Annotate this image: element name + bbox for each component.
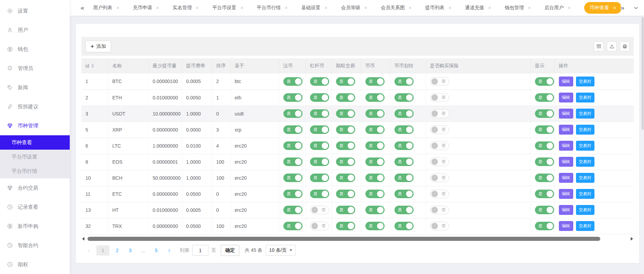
toggle-insurance[interactable]: 否	[430, 222, 449, 230]
toggle-fiat[interactable]: 是	[283, 141, 303, 150]
toggle-fiat[interactable]: 是	[283, 206, 303, 214]
toggle-transfer[interactable]: 是	[394, 222, 414, 230]
toggle-insurance[interactable]: 否	[430, 190, 449, 198]
toggle-lever[interactable]: 是	[310, 125, 329, 134]
tab[interactable]: 币种查看×	[584, 2, 621, 14]
toggle-fiat[interactable]: 是	[283, 222, 303, 230]
pairs-button[interactable]: 交易对	[576, 77, 594, 86]
tab[interactable]: 通道充值×	[465, 5, 491, 11]
sidebar-item[interactable]: 记录查看	[0, 197, 70, 217]
toggle-lever[interactable]: 否	[310, 206, 329, 214]
toggle-show[interactable]: 是	[535, 222, 554, 230]
toggle-show[interactable]: 是	[535, 190, 554, 198]
pairs-button[interactable]: 交易对	[576, 109, 594, 119]
toggle-transfer[interactable]: 是	[394, 109, 414, 118]
edit-button[interactable]: 编辑	[559, 173, 573, 183]
toggle-transfer[interactable]: 是	[394, 77, 414, 86]
tabs-scroll-right-icon[interactable]: »	[621, 4, 625, 12]
toggle-option[interactable]: 是	[336, 190, 355, 198]
tabs-menu-chevron-down-icon[interactable]	[633, 5, 639, 11]
toggle-insurance[interactable]: 否	[430, 77, 449, 86]
toggle-option[interactable]: 是	[336, 174, 355, 182]
toggle-spot[interactable]: 是	[365, 125, 385, 134]
toggle-fiat[interactable]: 是	[283, 93, 303, 102]
toggle-fiat[interactable]: 是	[283, 190, 303, 198]
sidebar-item[interactable]: 智能合约	[0, 236, 70, 255]
toggle-insurance[interactable]: 否	[430, 109, 449, 118]
sidebar-item[interactable]: 合约交易	[0, 178, 70, 197]
toggle-option[interactable]: 是	[336, 77, 355, 86]
tab-close-icon[interactable]: ×	[409, 5, 412, 11]
pairs-button[interactable]: 交易对	[576, 125, 594, 135]
sidebar-item[interactable]: 新闻	[0, 78, 70, 97]
sidebar-item[interactable]: 币种管理	[0, 116, 70, 135]
toggle-insurance[interactable]: 否	[430, 206, 449, 214]
toggle-transfer[interactable]: 是	[394, 206, 414, 214]
toggle-option[interactable]: 是	[336, 125, 355, 134]
tab[interactable]: 钱包管理×	[505, 5, 531, 11]
toggle-transfer[interactable]: 是	[394, 157, 414, 166]
toggle-spot[interactable]: 是	[365, 174, 385, 182]
toggle-spot[interactable]: 是	[365, 222, 385, 230]
tab-close-icon[interactable]: ×	[285, 5, 287, 11]
edit-button[interactable]: 编辑	[559, 77, 573, 86]
print-button[interactable]	[620, 41, 630, 51]
tab[interactable]: 实名管理×	[173, 5, 199, 11]
scroll-right-arrow-icon[interactable]	[631, 237, 633, 241]
toggle-insurance[interactable]: 否	[430, 141, 449, 150]
tab-close-icon[interactable]: ×	[196, 5, 199, 11]
toggle-transfer[interactable]: 是	[394, 190, 414, 198]
sidebar-subitem[interactable]: 平台币设置	[0, 150, 70, 164]
edit-button[interactable]: 编辑	[559, 157, 573, 167]
page-number[interactable]: 5	[151, 245, 161, 256]
toggle-option[interactable]: 是	[336, 93, 355, 102]
toggle-show[interactable]: 是	[535, 141, 554, 150]
toggle-spot[interactable]: 是	[365, 93, 385, 102]
toggle-show[interactable]: 是	[535, 206, 554, 214]
toggle-show[interactable]: 是	[535, 93, 554, 102]
tab-close-icon[interactable]: ×	[364, 5, 367, 11]
edit-button[interactable]: 编辑	[559, 189, 573, 199]
toggle-fiat[interactable]: 是	[283, 125, 303, 134]
toggle-insurance[interactable]: 否	[430, 174, 449, 182]
toggle-spot[interactable]: 是	[365, 141, 385, 150]
page-number[interactable]: 3	[125, 245, 135, 256]
tab-close-icon[interactable]: ×	[240, 5, 243, 11]
toggle-transfer[interactable]: 是	[394, 141, 414, 150]
pairs-button[interactable]: 交易对	[576, 93, 594, 102]
tab-close-icon[interactable]: ×	[488, 5, 491, 11]
tab-close-icon[interactable]: ×	[613, 5, 616, 11]
toggle-fiat[interactable]: 是	[283, 77, 303, 86]
tab[interactable]: 会员等级×	[341, 5, 367, 11]
tab[interactable]: 充币申请×	[133, 5, 159, 11]
sort-icon[interactable]	[91, 64, 94, 68]
pairs-button[interactable]: 交易对	[576, 189, 594, 199]
tab[interactable]: 平台币设置×	[212, 5, 243, 11]
toggle-insurance[interactable]: 否	[430, 93, 449, 102]
pairs-button[interactable]: 交易对	[576, 157, 594, 167]
page-input[interactable]	[192, 245, 209, 256]
pairs-button[interactable]: 交易对	[576, 205, 594, 215]
columns-button[interactable]	[594, 41, 604, 51]
toggle-option[interactable]: 是	[336, 109, 355, 118]
toggle-lever[interactable]: 是	[310, 77, 329, 86]
confirm-page-button[interactable]: 确定	[221, 245, 239, 256]
tab[interactable]: 基础设置×	[301, 5, 327, 11]
tab-close-icon[interactable]: ×	[325, 5, 327, 11]
pairs-button[interactable]: 交易对	[576, 141, 594, 151]
toggle-option[interactable]: 是	[336, 157, 355, 166]
sidebar-item[interactable]: 新币申购	[0, 217, 70, 236]
toggle-spot[interactable]: 是	[365, 157, 385, 166]
toggle-show[interactable]: 是	[535, 125, 554, 134]
edit-button[interactable]: 编辑	[559, 125, 573, 135]
toggle-show[interactable]: 是	[535, 157, 554, 166]
vertical-scrollbar[interactable]	[641, 0, 644, 274]
toggle-option[interactable]: 是	[336, 141, 355, 150]
toggle-lever[interactable]: 是	[310, 157, 329, 166]
tab-close-icon[interactable]: ×	[156, 5, 159, 11]
toggle-show[interactable]: 是	[535, 174, 554, 182]
edit-button[interactable]: 编辑	[559, 205, 573, 215]
tab-close-icon[interactable]: ×	[117, 5, 119, 11]
edit-button[interactable]: 编辑	[559, 93, 573, 102]
tab[interactable]: 会员关系图×	[381, 5, 412, 11]
